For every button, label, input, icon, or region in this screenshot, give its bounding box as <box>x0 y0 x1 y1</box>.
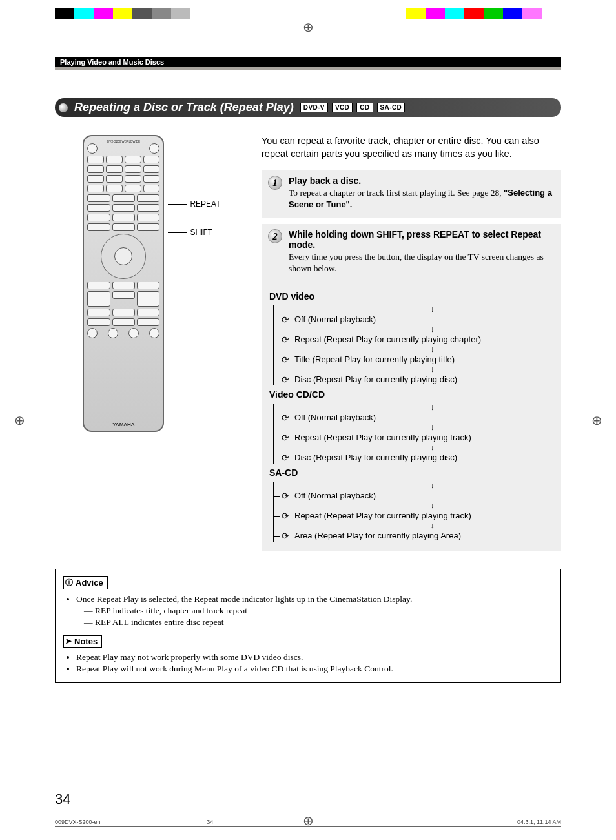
media-tag: VCD <box>332 103 353 112</box>
section-title-bar: Repeating a Disc or Track (Repeat Play) … <box>55 98 561 117</box>
flow-item: ⟳Repeat (Repeat Play for currently playi… <box>274 431 553 444</box>
flow-item-text: Disc (Repeat Play for currently playing … <box>294 453 457 462</box>
remote-column: DVX-S200 WORLDWIDE ENTER Y <box>55 135 249 551</box>
flow-chart: ↓⟳Off (Normal playback)↓⟳Repeat (Repeat … <box>273 404 553 464</box>
flow-title: Video CD/CD <box>269 389 553 400</box>
media-tag: CD <box>356 103 373 112</box>
registration-swatch <box>503 8 522 19</box>
arrow-icon: ➤ <box>65 637 72 646</box>
flow-item: ⟳Repeat (Repeat Play for currently playi… <box>274 509 553 522</box>
media-tag: DVD-V <box>300 103 328 112</box>
arrow-down-icon: ↓ <box>274 365 553 373</box>
crosshair-top: ⊕ <box>302 21 314 34</box>
flow-item: ⟳Disc (Repeat Play for currently playing… <box>274 373 553 385</box>
registration-swatch <box>464 8 484 19</box>
notes-item: Repeat Play may not work properly with s… <box>76 651 553 663</box>
flow-container: DVD video↓⟳Off (Normal playback)↓⟳Repeat… <box>262 281 561 551</box>
arrow-down-icon: ↓ <box>274 305 553 313</box>
registration-swatch <box>243 8 276 19</box>
arrow-down-icon: ↓ <box>274 502 553 509</box>
registration-swatch <box>275 8 308 19</box>
content-column: You can repeat a favorite track, chapter… <box>262 135 561 551</box>
remote-diagram: DVX-S200 WORLDWIDE ENTER Y <box>83 135 164 432</box>
flow-title: DVD video <box>269 291 553 302</box>
callout-repeat: REPEAT <box>168 200 220 209</box>
repeat-icon: ⟳ <box>280 454 291 462</box>
registration-swatch <box>55 8 74 19</box>
flow-item: ⟳Off (Normal playback) <box>274 489 553 502</box>
repeat-icon: ⟳ <box>280 376 291 384</box>
flow-item-text: Off (Normal playback) <box>294 413 376 422</box>
step-heading: While holding down SHIFT, press REPEAT t… <box>289 229 555 250</box>
footer-file: 009DVX-S200-en <box>55 819 101 825</box>
page-number: 34 <box>55 791 70 808</box>
flow-item: ⟳Repeat (Repeat Play for currently playi… <box>274 333 553 345</box>
registration-swatch <box>74 8 94 19</box>
advice-list: Once Repeat Play is selected, the Repeat… <box>63 593 553 629</box>
media-tag: SA-CD <box>377 103 406 112</box>
flow-item-text: Off (Normal playback) <box>294 491 376 500</box>
bullet-icon <box>59 103 68 112</box>
flow-chart: ↓⟳Off (Normal playback)↓⟳Repeat (Repeat … <box>273 305 553 385</box>
crosshair-right: ⊕ <box>590 414 603 427</box>
repeat-icon: ⟳ <box>280 336 291 343</box>
remote-brand: YAMAHA <box>84 422 163 427</box>
media-tags: DVD-V VCD CD SA-CD <box>300 103 405 112</box>
advice-label: ⓘ Advice <box>63 576 108 589</box>
registration-swatch <box>426 8 445 19</box>
flow-item-text: Repeat (Repeat Play for currently playin… <box>294 433 471 442</box>
registration-bar <box>55 8 561 19</box>
section-title: Repeating a Disc or Track (Repeat Play) <box>74 101 294 114</box>
registration-swatch <box>341 8 374 19</box>
flow-item: ⟳Off (Normal playback) <box>274 411 553 424</box>
registration-swatch <box>171 8 190 19</box>
flow-item: ⟳Off (Normal playback) <box>274 313 553 325</box>
registration-swatch <box>132 8 152 19</box>
footer-page: 34 <box>207 819 213 825</box>
intro-text: You can repeat a favorite track, chapter… <box>262 135 561 160</box>
footer-date: 04.3.1, 11:14 AM <box>517 819 561 825</box>
flow-item: ⟳Disc (Repeat Play for currently playing… <box>274 451 553 464</box>
info-icon: ⓘ <box>65 577 73 588</box>
repeat-icon: ⟳ <box>280 434 291 442</box>
flow-item-text: Repeat (Repeat Play for currently playin… <box>294 334 481 344</box>
flow-chart: ↓⟳Off (Normal playback)↓⟳Repeat (Repeat … <box>273 482 553 542</box>
advice-item: Once Repeat Play is selected, the Repeat… <box>76 593 553 629</box>
repeat-icon: ⟳ <box>280 316 291 323</box>
advice-sub-item: REP ALL indicates entire disc repeat <box>84 617 553 628</box>
page: Playing Video and Music Discs Repeating … <box>55 57 561 814</box>
notes-item: Repeat Play will not work during Menu Pl… <box>76 663 553 675</box>
step-1: 1 Play back a disc. To repeat a chapter … <box>262 170 561 217</box>
notes-list: Repeat Play may not work properly with s… <box>63 651 553 675</box>
step-heading: Play back a disc. <box>289 176 555 186</box>
registration-swatch <box>94 8 113 19</box>
step-text: Every time you press the button, the dis… <box>289 251 555 274</box>
registration-swatch <box>210 8 243 19</box>
notes-label: ➤ Notes <box>63 635 102 648</box>
arrow-down-icon: ↓ <box>274 325 553 333</box>
callout-shift: SHIFT <box>168 228 220 237</box>
advice-sub-item: REP indicates title, chapter and track r… <box>84 605 553 617</box>
repeat-icon: ⟳ <box>280 414 291 422</box>
registration-swatch <box>445 8 464 19</box>
registration-swatch <box>406 8 426 19</box>
step-text: To repeat a chapter or track first start… <box>289 187 555 210</box>
registration-swatch <box>373 8 406 19</box>
arrow-down-icon: ↓ <box>274 345 553 353</box>
advice-notes-box: ⓘ Advice Once Repeat Play is selected, t… <box>55 569 561 683</box>
registration-swatch <box>542 8 561 19</box>
registration-swatch <box>113 8 132 19</box>
arrow-down-icon: ↓ <box>274 522 553 529</box>
flow-item-text: Title (Repeat Play for currently playing… <box>294 354 455 364</box>
repeat-icon: ⟳ <box>280 356 291 364</box>
repeat-icon: ⟳ <box>280 512 291 520</box>
flow-item-text: Area (Repeat Play for currently playing … <box>294 531 461 540</box>
registration-swatch <box>190 8 210 19</box>
step-2: 2 While holding down SHIFT, press REPEAT… <box>262 224 561 281</box>
flow-item: ⟳Area (Repeat Play for currently playing… <box>274 529 553 542</box>
arrow-down-icon: ↓ <box>274 404 553 411</box>
arrow-down-icon: ↓ <box>274 444 553 451</box>
repeat-icon: ⟳ <box>280 532 291 540</box>
arrow-down-icon: ↓ <box>274 482 553 489</box>
registration-swatch <box>308 8 341 19</box>
